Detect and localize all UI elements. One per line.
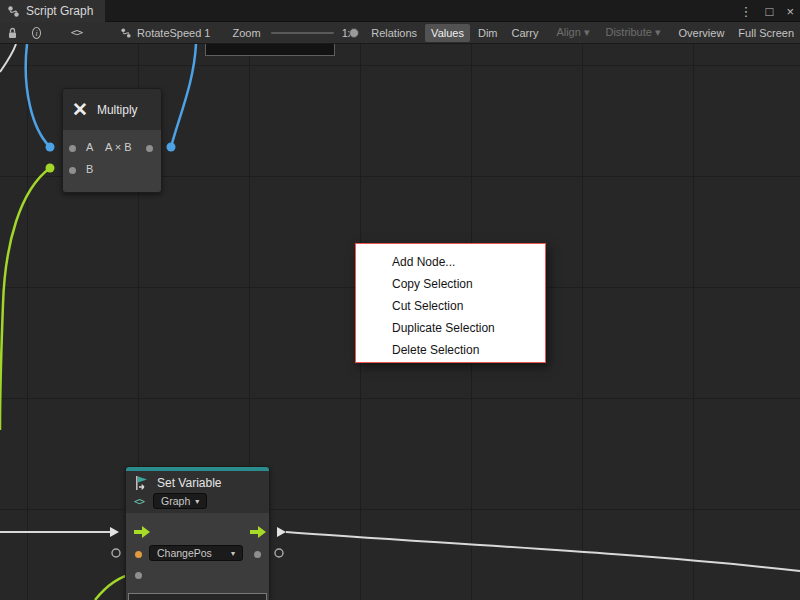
set-variable-footer-partial (128, 593, 267, 600)
script-graph-window: Script Graph ⋮ □ × i <> RotateSpeed 1 Zo… (0, 0, 800, 600)
set-variable-body: ChangePos ▾ (126, 513, 269, 600)
graph-kind-value: Graph (161, 495, 190, 507)
graph-toolbar: i <> RotateSpeed 1 Zoom 1x Relations Val… (0, 22, 800, 44)
zoom-label: Zoom (232, 27, 260, 39)
menu-item-delete-selection[interactable]: Delete Selection (356, 339, 545, 361)
graph-kind-dropdown[interactable]: Graph ▾ (153, 493, 207, 509)
fullscreen-button[interactable]: Full Screen (732, 24, 800, 42)
wire-white-out (286, 532, 800, 571)
wire-white-corner (0, 44, 16, 72)
multiply-node-title: Multiply (97, 103, 138, 117)
wire-end-blue-output (167, 143, 176, 152)
set-variable-icon (134, 475, 150, 491)
overview-button[interactable]: Overview (673, 24, 731, 42)
window-menu-icon[interactable]: ⋮ (740, 4, 753, 19)
wire-blue-left (26, 44, 50, 147)
menu-item-cut-selection[interactable]: Cut Selection (356, 295, 545, 317)
relations-button[interactable]: Relations (365, 24, 423, 42)
variable-dropdown[interactable]: ChangePos ▾ (149, 545, 243, 561)
wire-blue-output (171, 44, 196, 147)
chevron-down-icon: ▾ (195, 497, 199, 506)
script-graph-icon (7, 5, 20, 18)
breadcrumb[interactable]: RotateSpeed 1 (137, 27, 210, 39)
wire-green-left (0, 168, 50, 430)
window-controls: ⋮ □ × (740, 0, 794, 22)
port-a-dot[interactable] (69, 145, 76, 152)
wire-end-blue (46, 143, 55, 152)
multiply-node-header: ✕ Multiply (63, 89, 161, 130)
tab-title: Script Graph (26, 4, 93, 18)
graph-breadcrumb-icon (120, 27, 132, 39)
node-set-variable[interactable]: Set Variable <> Graph ▾ (125, 466, 270, 600)
variable-input-port-dot[interactable] (135, 551, 142, 558)
zoom-slider-knob[interactable] (349, 28, 359, 38)
distribute-label: Distribute (605, 26, 651, 38)
set-variable-header: Set Variable <> Graph ▾ (126, 471, 269, 513)
port-hollow-left[interactable] (112, 549, 120, 557)
context-menu: Add Node... Copy Selection Cut Selection… (355, 243, 546, 363)
menu-item-duplicate-selection[interactable]: Duplicate Selection (356, 317, 545, 339)
variable-output-port-dot[interactable] (254, 551, 261, 558)
maximize-button[interactable]: □ (766, 4, 774, 19)
lock-icon[interactable] (7, 27, 18, 39)
port-a-label: A (86, 141, 93, 153)
align-label: Align (556, 26, 580, 38)
wire-end-green (46, 164, 55, 173)
align-dropdown[interactable]: Align ▾ (550, 23, 595, 42)
value-input-port-dot[interactable] (135, 572, 142, 579)
multiply-node-body: A A × B B (63, 130, 161, 192)
port-b-label: B (86, 163, 93, 175)
set-variable-title: Set Variable (157, 476, 221, 490)
flow-arrowhead-out (277, 527, 286, 537)
close-button[interactable]: × (786, 4, 794, 19)
chevron-down-icon: ▾ (584, 26, 590, 38)
menu-item-add-node[interactable]: Add Node... (356, 251, 545, 273)
flow-out-port[interactable] (250, 526, 266, 538)
graph-canvas[interactable]: ✕ Multiply A A × B B (0, 44, 800, 600)
flow-in-port[interactable] (134, 526, 150, 538)
distribute-dropdown[interactable]: Distribute ▾ (599, 23, 666, 42)
chevron-down-icon: ▾ (231, 549, 235, 558)
zoom-slider[interactable] (271, 32, 334, 34)
port-out-dot[interactable] (146, 145, 153, 152)
carry-button[interactable]: Carry (506, 24, 545, 42)
chevron-down-icon: ▾ (655, 26, 661, 38)
node-multiply[interactable]: ✕ Multiply A A × B B (62, 88, 162, 193)
partial-node (205, 44, 335, 56)
flow-arrowhead-in (110, 527, 119, 537)
menu-item-copy-selection[interactable]: Copy Selection (356, 273, 545, 295)
graph-code-icon: <> (134, 496, 144, 507)
values-button[interactable]: Values (425, 24, 470, 42)
multiply-icon: ✕ (72, 100, 88, 119)
port-out-label: A × B (105, 141, 132, 153)
code-icon[interactable]: <> (71, 26, 82, 39)
info-icon[interactable]: i (32, 27, 41, 39)
tab-script-graph[interactable]: Script Graph (0, 0, 105, 22)
dim-button[interactable]: Dim (472, 24, 504, 42)
variable-name: ChangePos (157, 547, 212, 559)
port-hollow-right[interactable] (275, 549, 283, 557)
port-b-dot[interactable] (69, 167, 76, 174)
title-bar: Script Graph ⋮ □ × (0, 0, 800, 22)
